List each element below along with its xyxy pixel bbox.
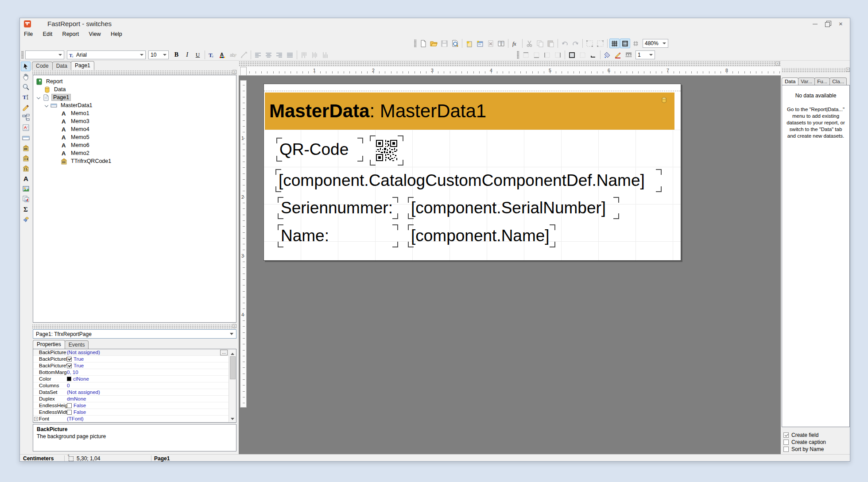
page-settings-button[interactable]	[496, 39, 506, 48]
property-row[interactable]: BottomMargir 0, 10	[33, 369, 236, 376]
menu-view[interactable]: View	[85, 30, 105, 38]
checkbox-unchecked-icon[interactable]	[67, 403, 72, 408]
checkbox-checked-icon[interactable]	[67, 363, 72, 368]
checkbox-unchecked-icon[interactable]	[67, 410, 72, 415]
close-button[interactable]: ×	[838, 21, 844, 27]
text-tool-icon[interactable]: A	[21, 174, 31, 183]
memo-serial-number[interactable]: [component.SerialNumber]	[408, 197, 619, 219]
tree-item-memo5[interactable]: A Memo5	[33, 133, 236, 141]
tree-item-memo3[interactable]: A Memo3	[33, 117, 236, 125]
tab-code[interactable]: Code	[32, 62, 53, 70]
delete-page-button[interactable]	[485, 39, 496, 48]
align-right-button[interactable]	[274, 50, 284, 60]
font-name-combobox[interactable]: Tr Arial	[67, 50, 146, 59]
border-edit-button[interactable]	[588, 50, 598, 60]
property-row[interactable]: + Font (TFont)	[33, 416, 236, 422]
tree-item-memo6[interactable]: A Memo6	[33, 141, 236, 149]
cut-button[interactable]	[524, 39, 535, 48]
paste-button[interactable]	[546, 39, 556, 48]
qrcode-tool-icon[interactable]	[21, 163, 31, 173]
create-field-option[interactable]: Create field	[783, 432, 850, 439]
tab-data[interactable]: Data	[52, 62, 71, 70]
italic-button[interactable]: I	[182, 50, 192, 60]
menu-file[interactable]: File	[20, 30, 37, 38]
collapse-icon[interactable]	[37, 96, 41, 100]
new-dialog-button[interactable]	[475, 39, 485, 48]
tab-variables[interactable]: Var...	[798, 77, 815, 85]
tree-item-data[interactable]: Data	[33, 85, 236, 93]
expand-icon[interactable]: +	[34, 417, 38, 421]
tree-item-memo4[interactable]: A Memo4	[33, 125, 236, 133]
minimize-button[interactable]	[812, 21, 818, 27]
text-edit-tool-icon[interactable]: T	[21, 92, 31, 102]
property-row[interactable]: EndlessHeigh False	[33, 402, 236, 409]
memo-component-name[interactable]: [component.Name]	[408, 224, 555, 247]
align-middle-button[interactable]	[310, 50, 320, 60]
select-tool-icon[interactable]	[21, 62, 31, 71]
report-page[interactable]: MasterData: MasterData1 QR-Code	[264, 84, 681, 261]
border-all-button[interactable]	[567, 50, 577, 60]
memo-serial-label[interactable]: Seriennummer:	[278, 197, 398, 219]
object-selector-combobox[interactable]: Page1: TfrxReportPage	[33, 329, 236, 339]
memo-catalog-name[interactable]: [component.CatalogCustomComponentDef.Nam…	[275, 169, 662, 192]
group-button[interactable]	[585, 39, 595, 48]
checkbox-unchecked-icon[interactable]	[783, 447, 789, 452]
inspector-grip[interactable]: ×	[32, 324, 236, 328]
tab-functions[interactable]: Fu...	[814, 77, 830, 85]
memo-name-label[interactable]: Name:	[278, 224, 398, 247]
create-caption-option[interactable]: Create caption	[783, 439, 850, 446]
tab-data-fields[interactable]: Data	[782, 77, 798, 85]
tab-classes[interactable]: Cla...	[829, 77, 847, 85]
qrcode-object[interactable]	[370, 135, 403, 166]
align-to-grid-button[interactable]	[620, 39, 630, 48]
border-none-button[interactable]	[577, 50, 588, 60]
tree-item-memo2[interactable]: A Memo2	[33, 149, 236, 157]
save-report-button[interactable]	[439, 39, 450, 48]
font-color-button[interactable]: A	[217, 50, 228, 60]
tree-item-page1[interactable]: Page1	[33, 93, 236, 101]
tree-item-qrcode[interactable]: TTrifrxQRCode1	[33, 157, 236, 165]
border-top-button[interactable]	[521, 50, 531, 60]
align-top-button[interactable]	[299, 50, 309, 60]
property-row[interactable]: EndlessWidth False	[33, 409, 236, 416]
design-grip[interactable]: ×	[239, 61, 781, 67]
line-width-combobox[interactable]: 1	[636, 50, 655, 59]
tree-item-masterdata1[interactable]: MasterData1	[33, 101, 236, 109]
toolbar-grip[interactable]	[517, 51, 519, 59]
tab-events[interactable]: Events	[65, 340, 89, 349]
checkbox-unchecked-icon[interactable]	[783, 440, 789, 445]
scroll-down-icon[interactable]	[230, 416, 235, 421]
property-row[interactable]: DataSet (Not assigned)	[33, 389, 236, 396]
property-row[interactable]: Color clNone	[33, 376, 236, 382]
toolbar-grip[interactable]	[414, 39, 416, 47]
line-color-button[interactable]	[613, 50, 623, 60]
scroll-thumb[interactable]	[230, 356, 236, 379]
fill-color-button[interactable]	[602, 50, 612, 60]
border-left-button[interactable]	[542, 50, 552, 60]
property-row[interactable]: Duplex dmNone	[33, 396, 236, 402]
preview-button[interactable]	[450, 39, 460, 48]
open-report-button[interactable]	[429, 39, 439, 48]
menu-help[interactable]: Help	[107, 30, 126, 38]
format-painter-tool-icon[interactable]	[21, 102, 31, 112]
text-rotation-button[interactable]	[239, 50, 249, 60]
band-structure-tool-icon[interactable]	[21, 112, 31, 122]
property-row[interactable]: Columns 0	[33, 382, 236, 389]
show-grid-button[interactable]	[609, 39, 620, 48]
new-page-button[interactable]	[464, 39, 474, 48]
sort-by-name-option[interactable]: Sort by Name	[783, 446, 850, 453]
font-size-combobox[interactable]: 10	[148, 50, 169, 59]
band-object-tool-icon[interactable]	[21, 133, 31, 143]
ellipsis-button[interactable]: …	[220, 350, 228, 355]
property-row[interactable]: BackPicture (Not assigned) …	[33, 349, 236, 356]
memo-object-tool-icon[interactable]: A	[21, 123, 31, 132]
align-left-button[interactable]	[253, 50, 263, 60]
property-grid-scrollbar[interactable]	[229, 349, 236, 422]
zoom-tool-icon[interactable]	[21, 82, 31, 92]
line-style-button[interactable]	[624, 50, 634, 60]
panel-close-icon[interactable]: ×	[775, 62, 779, 66]
font-settings-button[interactable]: Tr	[207, 50, 217, 60]
memo-qr-label[interactable]: QR-Code	[276, 138, 363, 162]
border-right-button[interactable]	[553, 50, 563, 60]
style-combobox[interactable]	[25, 50, 64, 59]
